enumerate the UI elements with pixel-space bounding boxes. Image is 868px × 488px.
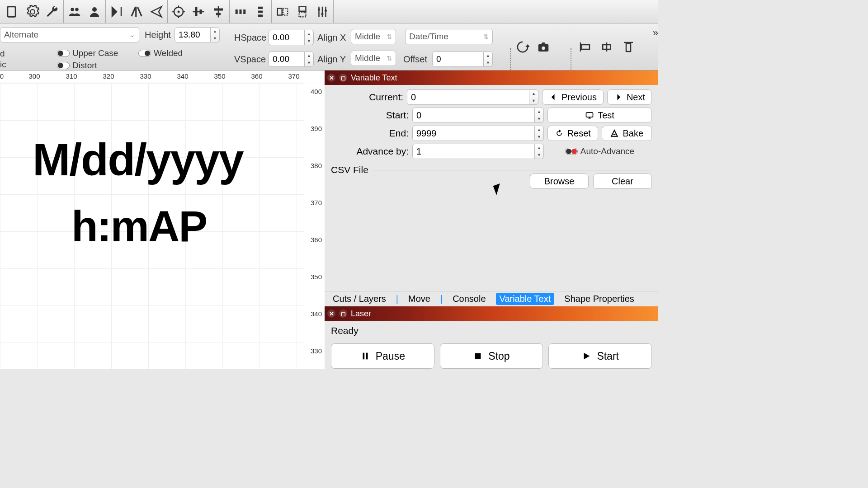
canvas-text-line2[interactable]: h:mAP xyxy=(71,202,207,251)
vspace-label: VSpace xyxy=(234,54,266,65)
align-center-icon[interactable] xyxy=(599,40,614,54)
welded-toggle[interactable]: Welded xyxy=(138,48,183,58)
undock-icon[interactable]: ◻ xyxy=(339,310,347,318)
mirror-icon[interactable] xyxy=(129,5,144,19)
current-label: Current: xyxy=(331,92,403,103)
dist-v-icon[interactable] xyxy=(253,5,268,19)
aligny-label: Align Y xyxy=(317,54,346,65)
bake-button[interactable]: Bake xyxy=(602,126,652,141)
previous-button[interactable]: Previous xyxy=(542,89,604,105)
panel-title: Laser xyxy=(351,309,371,319)
align-top-icon[interactable] xyxy=(621,40,636,54)
variable-text-panel: Current: ▲▼ Previous Next Start: ▲▼ Test… xyxy=(325,85,658,291)
wrench-icon[interactable] xyxy=(45,5,60,19)
offset-spinner[interactable]: ▲▼ xyxy=(484,52,493,67)
start-spinner[interactable]: ▲▼ xyxy=(535,108,544,123)
distort-toggle[interactable]: Distort xyxy=(57,61,97,70)
laser-panel-header: ✕ ◻ Laser xyxy=(325,306,658,321)
end-spinner[interactable]: ▲▼ xyxy=(535,126,544,141)
align-left-icon[interactable] xyxy=(578,40,592,54)
sliders-icon[interactable] xyxy=(315,5,330,19)
clear-button[interactable]: Clear xyxy=(593,174,652,189)
aligny-dropdown[interactable]: Middle⇅ xyxy=(351,51,396,66)
close-icon[interactable]: ✕ xyxy=(327,310,335,318)
svg-rect-13 xyxy=(258,6,263,9)
device-icon[interactable] xyxy=(5,5,20,19)
advance-spinner[interactable]: ▲▼ xyxy=(535,144,544,159)
svg-point-5 xyxy=(178,10,180,13)
tab-move[interactable]: Move xyxy=(405,293,434,305)
canvas[interactable]: 0 300 310 320 330 340 350 360 370 400 39… xyxy=(0,70,325,369)
vspace-input[interactable] xyxy=(269,52,305,67)
auto-advance-toggle[interactable]: Auto-Advance xyxy=(565,146,634,156)
panel-tabs: Cuts / Layers | Move | Console Variable … xyxy=(325,291,658,306)
close-icon[interactable]: ✕ xyxy=(327,74,335,82)
font-dropdown[interactable]: Alternate ⌄ xyxy=(0,27,139,42)
panel-title: Variable Text xyxy=(351,73,397,83)
svg-rect-15 xyxy=(258,14,263,17)
hspace-input[interactable] xyxy=(269,30,305,45)
stop-button[interactable]: Stop xyxy=(440,343,543,369)
mode-dropdown[interactable]: Date/Time⇅ xyxy=(405,29,493,44)
target-icon[interactable] xyxy=(171,5,186,19)
svg-rect-18 xyxy=(299,6,306,11)
overflow-icon[interactable]: » xyxy=(653,27,658,39)
advance-input[interactable] xyxy=(412,144,535,159)
svg-rect-27 xyxy=(626,44,631,52)
dist-h-icon[interactable] xyxy=(233,5,248,19)
reset-button[interactable]: Reset xyxy=(547,126,598,141)
tab-variable-text[interactable]: Variable Text xyxy=(496,293,555,305)
updown-icon: ⇅ xyxy=(387,33,392,40)
height-spinner[interactable]: ▲▼ xyxy=(211,27,220,42)
laser-status: Ready xyxy=(331,325,652,336)
svg-rect-17 xyxy=(283,8,288,15)
svg-rect-16 xyxy=(278,8,282,15)
hspace-spinner[interactable]: ▲▼ xyxy=(305,30,314,45)
svg-point-24 xyxy=(542,47,545,50)
height-label: Height xyxy=(145,30,171,40)
vspace-spinner[interactable]: ▲▼ xyxy=(305,52,314,67)
svg-rect-31 xyxy=(475,353,481,359)
user-icon[interactable] xyxy=(87,5,102,19)
offset-input[interactable] xyxy=(432,52,484,67)
font-dropdown-value: Alternate xyxy=(4,30,38,40)
uppercase-toggle[interactable]: Upper Case xyxy=(57,48,118,58)
svg-point-3 xyxy=(92,7,97,12)
align-h-icon[interactable] xyxy=(211,5,226,19)
start-button[interactable]: Start xyxy=(548,343,652,369)
svg-rect-28 xyxy=(586,113,593,117)
flip-h-icon[interactable] xyxy=(109,5,124,19)
svg-point-22 xyxy=(325,9,327,12)
tab-shape-properties[interactable]: Shape Properties xyxy=(561,293,638,305)
align-v-icon[interactable] xyxy=(191,5,206,19)
current-input[interactable] xyxy=(407,89,529,105)
csv-file-label: CSV File xyxy=(331,164,368,175)
current-spinner[interactable]: ▲▼ xyxy=(529,89,538,105)
test-button[interactable]: Test xyxy=(547,108,652,123)
refresh-icon[interactable] xyxy=(515,40,530,54)
next-button[interactable]: Next xyxy=(607,89,652,105)
pause-button[interactable]: Pause xyxy=(331,343,434,369)
tab-cuts-layers[interactable]: Cuts / Layers xyxy=(329,293,390,305)
tab-console[interactable]: Console xyxy=(449,293,489,305)
end-input[interactable] xyxy=(412,126,535,141)
same-height-icon[interactable] xyxy=(295,5,310,19)
offset-label: Offset xyxy=(403,54,427,65)
height-input[interactable] xyxy=(175,27,211,42)
same-width-icon[interactable] xyxy=(275,5,290,19)
send-icon[interactable] xyxy=(149,5,164,19)
canvas-text-line1[interactable]: M/dd/yyyy xyxy=(33,134,243,186)
gear-icon[interactable] xyxy=(25,5,40,19)
svg-rect-12 xyxy=(243,9,245,14)
start-input[interactable] xyxy=(412,108,535,123)
alignx-label: Align X xyxy=(317,33,346,43)
camera-icon[interactable] xyxy=(536,40,551,54)
end-label: End: xyxy=(331,128,409,139)
ruler-horizontal: 0 300 310 320 330 340 350 360 370 xyxy=(0,70,325,83)
group-icon[interactable] xyxy=(67,5,82,19)
undock-icon[interactable]: ◻ xyxy=(339,74,347,82)
svg-rect-19 xyxy=(299,12,306,17)
alignx-dropdown[interactable]: Middle⇅ xyxy=(351,29,396,44)
browse-button[interactable]: Browse xyxy=(530,174,589,189)
svg-point-2 xyxy=(75,8,79,11)
